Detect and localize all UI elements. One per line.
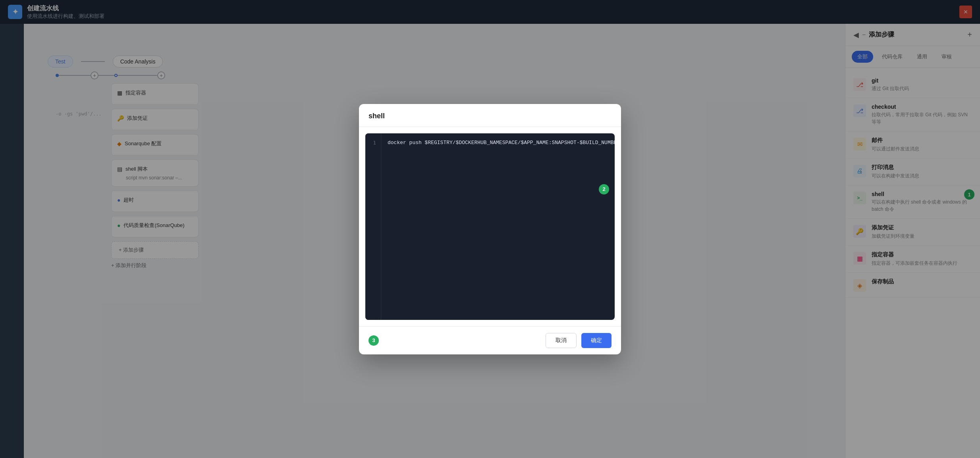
modal-overlay: shell 1 docker push $REGISTRY/$DOCKERHUB… <box>0 0 980 458</box>
confirm-button[interactable]: 确定 <box>581 333 612 348</box>
modal-header: shell <box>359 104 621 127</box>
modal-title: shell <box>368 112 385 120</box>
code-content[interactable]: docker push $REGISTRY/$DOCKERHUB_NAMESPA… <box>381 133 615 320</box>
modal-body: 1 docker push $REGISTRY/$DOCKERHUB_NAMES… <box>359 127 621 326</box>
shell-modal: shell 1 docker push $REGISTRY/$DOCKERHUB… <box>359 104 621 354</box>
modal-footer: 3 取消 确定 <box>359 326 621 354</box>
code-editor[interactable]: 1 docker push $REGISTRY/$DOCKERHUB_NAMES… <box>365 133 615 320</box>
badge-3: 3 <box>368 335 379 346</box>
cancel-button[interactable]: 取消 <box>546 333 577 348</box>
line-numbers: 1 <box>365 133 381 320</box>
badge-2: 2 <box>599 184 609 194</box>
